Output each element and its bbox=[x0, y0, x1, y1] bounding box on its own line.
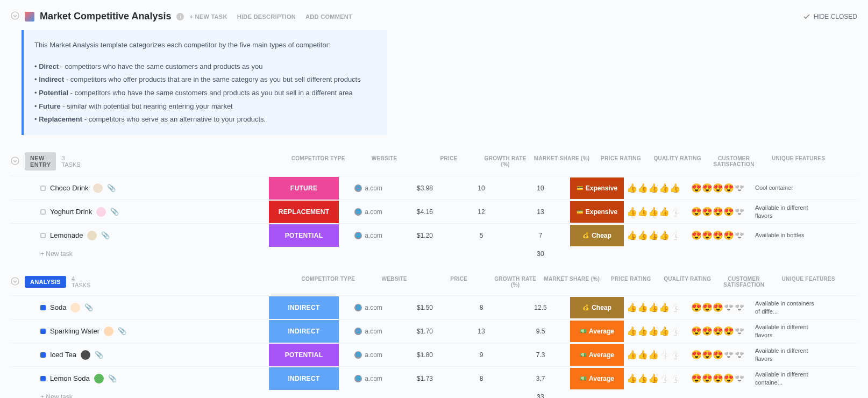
quality-rating[interactable]: 👍👍👍👍👍 bbox=[624, 302, 683, 312]
competitor-type-badge[interactable]: INDIRECT bbox=[269, 296, 339, 319]
table-row[interactable]: Soda📎INDIRECT🌐a.com$1.50812.5💰Cheap👍👍👍👍👍… bbox=[11, 295, 857, 319]
group-collapse-icon[interactable] bbox=[11, 277, 19, 287]
avatar[interactable] bbox=[70, 303, 80, 312]
column-headers: COMPETITOR TYPEWEBSITEPRICEGROWTH RATE (… bbox=[91, 153, 868, 169]
heart-icon: 😍 bbox=[723, 183, 734, 193]
quality-rating[interactable]: 👍👍👍👍👍 bbox=[624, 207, 683, 217]
status-square[interactable] bbox=[40, 329, 46, 334]
attachment-icon[interactable]: 📎 bbox=[110, 208, 119, 216]
website-cell[interactable]: 🌐a.com bbox=[339, 351, 398, 359]
quality-rating[interactable]: 👍👍👍👍👍 bbox=[624, 326, 683, 336]
price-rating-badge[interactable]: 💳Expensive bbox=[570, 201, 624, 223]
competitor-type-badge[interactable]: POTENTIAL bbox=[269, 224, 339, 247]
status-square[interactable] bbox=[40, 376, 46, 381]
satisfaction-rating[interactable]: 😍😍😍😍😍 bbox=[683, 302, 753, 312]
status-square[interactable] bbox=[40, 186, 46, 191]
attachment-icon[interactable]: 📎 bbox=[84, 303, 93, 311]
price-rating-badge[interactable]: 💳Expensive bbox=[570, 177, 624, 199]
task-name[interactable]: Lemonade bbox=[50, 231, 83, 239]
satisfaction-rating[interactable]: 😍😍😍😍😍 bbox=[683, 183, 753, 193]
task-name[interactable]: Choco Drink bbox=[50, 184, 89, 192]
hide-closed-button[interactable]: HIDE CLOSED bbox=[803, 13, 857, 20]
table-row[interactable]: Yoghurt Drink📎REPLACEMENT🌐a.com$4.161213… bbox=[11, 200, 857, 223]
competitor-type-badge[interactable]: POTENTIAL bbox=[269, 344, 339, 366]
satisfaction-rating[interactable]: 😍😍😍😍😍 bbox=[683, 326, 753, 336]
quality-rating[interactable]: 👍👍👍👍👍 bbox=[624, 183, 683, 193]
avatar[interactable] bbox=[104, 326, 113, 336]
avatar[interactable] bbox=[96, 207, 106, 217]
heart-icon: 😍 bbox=[713, 230, 723, 240]
website-cell[interactable]: 🌐a.com bbox=[339, 304, 398, 311]
satisfaction-rating[interactable]: 😍😍😍😍😍 bbox=[683, 230, 753, 240]
group-label[interactable]: NEW ENTRY bbox=[25, 152, 56, 170]
website-cell[interactable]: 🌐a.com bbox=[339, 232, 398, 239]
table-row[interactable]: Sparkling Water📎INDIRECT🌐a.com$1.70139.5… bbox=[11, 319, 857, 343]
avatar[interactable] bbox=[87, 231, 97, 240]
website-cell[interactable]: 🌐a.com bbox=[339, 208, 398, 216]
table-row[interactable]: Lemonade📎POTENTIAL🌐a.com$1.2057💰Cheap👍👍👍… bbox=[11, 223, 857, 247]
attachment-icon[interactable]: 📎 bbox=[118, 327, 126, 335]
price-cell: $3.98 bbox=[398, 184, 452, 192]
price-rating-badge[interactable]: 💵Average bbox=[570, 321, 624, 342]
quality-rating[interactable]: 👍👍👍👍👍 bbox=[624, 373, 683, 383]
info-icon[interactable]: i bbox=[176, 13, 184, 20]
task-name[interactable]: Yoghurt Drink bbox=[50, 208, 92, 216]
heart-icon: 😍 bbox=[702, 183, 713, 193]
attachment-icon[interactable]: 📎 bbox=[107, 184, 116, 192]
satisfaction-rating[interactable]: 😍😍😍😍😍 bbox=[683, 350, 753, 360]
task-name[interactable]: Sparkling Water bbox=[50, 327, 99, 335]
heart-icon: 😍 bbox=[702, 326, 713, 336]
quality-rating[interactable]: 👍👍👍👍👍 bbox=[624, 350, 683, 360]
avatar[interactable] bbox=[94, 374, 104, 383]
satisfaction-rating[interactable]: 😍😍😍😍😍 bbox=[683, 373, 753, 383]
price-rating-badge[interactable]: 💰Cheap bbox=[570, 297, 624, 318]
collapse-icon[interactable] bbox=[11, 11, 19, 22]
competitor-type-badge[interactable]: INDIRECT bbox=[269, 320, 339, 343]
competitor-type-badge[interactable]: INDIRECT bbox=[269, 367, 339, 390]
description-bullet: Indirect - competitors who offer product… bbox=[34, 73, 376, 87]
heart-icon: 😍 bbox=[723, 326, 734, 336]
heart-icon: 😍 bbox=[702, 373, 713, 383]
competitor-type-badge[interactable]: FUTURE bbox=[269, 177, 339, 200]
price-cell: $1.50 bbox=[398, 304, 452, 311]
group-collapse-icon[interactable] bbox=[11, 157, 19, 167]
globe-icon: 🌐 bbox=[354, 232, 362, 239]
unique-features: Available in different containe... bbox=[753, 371, 817, 387]
new-task-button[interactable]: + NEW TASK bbox=[189, 13, 227, 20]
quality-rating[interactable]: 👍👍👍👍👍 bbox=[624, 230, 683, 240]
status-square[interactable] bbox=[40, 233, 46, 238]
avatar[interactable] bbox=[81, 350, 90, 360]
new-task-button[interactable]: + New task bbox=[11, 250, 269, 258]
new-task-button[interactable]: + New task bbox=[11, 393, 269, 398]
attachment-icon[interactable]: 📎 bbox=[108, 374, 117, 382]
satisfaction-rating[interactable]: 😍😍😍😍😍 bbox=[683, 207, 753, 217]
avatar[interactable] bbox=[93, 183, 103, 193]
table-row[interactable]: Lemon Soda📎INDIRECT🌐a.com$1.7383.7💵Avera… bbox=[11, 366, 857, 390]
attachment-icon[interactable]: 📎 bbox=[101, 231, 110, 239]
price-rating-badge[interactable]: 💵Average bbox=[570, 344, 624, 366]
status-square[interactable] bbox=[40, 209, 46, 215]
attachment-icon[interactable]: 📎 bbox=[95, 351, 103, 359]
price-rating-badge[interactable]: 💵Average bbox=[570, 368, 624, 389]
task-name[interactable]: Soda bbox=[50, 303, 66, 311]
table-row[interactable]: Choco Drink📎FUTURE🌐a.com$3.981010💳Expens… bbox=[11, 176, 857, 200]
add-comment-button[interactable]: ADD COMMENT bbox=[305, 13, 352, 20]
status-square[interactable] bbox=[40, 305, 46, 310]
website-cell[interactable]: 🌐a.com bbox=[339, 375, 398, 382]
unique-features: Available in different flavors bbox=[753, 323, 817, 339]
hide-description-button[interactable]: HIDE DESCRIPTION bbox=[237, 13, 296, 20]
website-cell[interactable]: 🌐a.com bbox=[339, 328, 398, 335]
thumb-icon-dim: 👍 bbox=[670, 230, 680, 240]
website-cell[interactable]: 🌐a.com bbox=[339, 184, 398, 192]
task-name[interactable]: Lemon Soda bbox=[50, 374, 90, 382]
thumb-icon: 👍 bbox=[648, 373, 659, 383]
hide-closed-label: HIDE CLOSED bbox=[814, 13, 857, 20]
group-header: ANALYSIS4 TASKSCOMPETITOR TYPEWEBSITEPRI… bbox=[11, 272, 857, 295]
table-row[interactable]: Iced Tea📎POTENTIAL🌐a.com$1.8097.3💵Averag… bbox=[11, 343, 857, 366]
group-label[interactable]: ANALYSIS bbox=[25, 276, 66, 288]
task-name[interactable]: Iced Tea bbox=[50, 351, 76, 359]
growth-cell: 8 bbox=[452, 304, 511, 311]
price-rating-badge[interactable]: 💰Cheap bbox=[570, 225, 624, 246]
status-square[interactable] bbox=[40, 352, 46, 358]
competitor-type-badge[interactable]: REPLACEMENT bbox=[269, 201, 339, 223]
